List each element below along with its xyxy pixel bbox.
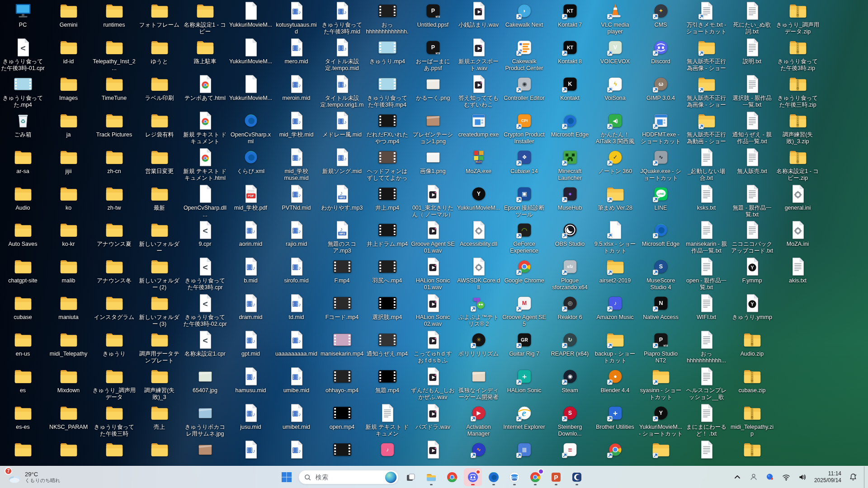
desktop-icon-r11-c9[interactable]: 無題.mp4: [364, 366, 410, 402]
desktop-icon-r10-c11[interactable]: ✳ ポリリリリズム: [456, 329, 501, 365]
desktop-icon-r3-c17[interactable]: 選択肢 - 親作品一覧.txt: [729, 73, 775, 109]
desktop-icon-r12-c2[interactable]: NKSC_PARAM: [46, 402, 91, 438]
desktop-icon-r12-c9[interactable]: 新規 テキスト ドキュメント.musicxml: [364, 402, 410, 438]
desktop-icon-r8-c6[interactable]: ♪ b.mid: [228, 256, 274, 292]
taskbar-cubase-button[interactable]: [568, 468, 586, 486]
desktop-icon-r3-c14[interactable]: ϟ VoiSona: [592, 73, 638, 109]
desktop-icon-r3-c2[interactable]: Images: [46, 73, 91, 109]
desktop-icon-r11-c15[interactable]: syasinn - ショートカット: [638, 366, 684, 402]
desktop-icon-r3-c16[interactable]: 無人販売不正行為画像 - ショートカット: [684, 73, 729, 109]
desktop-icon-r2-c6[interactable]: YukkuriMovieM...: [228, 37, 274, 73]
search-input[interactable]: [315, 473, 382, 481]
desktop-icon-r5-c14[interactable]: ✓ ノートン 360: [592, 146, 638, 183]
desktop-icon-r8-c13[interactable]: sfz Plogue sforzando x64: [547, 256, 593, 292]
desktop-icon-r8-c18[interactable]: akis.txt: [775, 256, 821, 292]
desktop-icon-r11-c17[interactable]: cubase.zip: [729, 366, 775, 402]
desktop-icon-r6-c9[interactable]: 井上.mp4: [364, 183, 410, 219]
desktop-icon-r4-c15[interactable]: HDDFMT.exe - ショートカット: [638, 110, 684, 146]
desktop-icon-r7-c13[interactable]: OBS Studio: [547, 219, 593, 255]
search-highlight-globe-icon[interactable]: [385, 472, 396, 483]
desktop-icon-r1-c8[interactable]: ♪ きゅうり食ってた午後3時.mid: [319, 0, 365, 36]
desktop-icon-r3-c7[interactable]: ♪ meroin.mid: [274, 73, 319, 109]
desktop-icon-r12-c10[interactable]: パズドラ.wav: [410, 402, 456, 438]
desktop-icon-r5-c5[interactable]: 新規 テキスト ドキュメント.html: [182, 146, 228, 183]
desktop-icon-r5-c7[interactable]: ♪ mid_学校muse.mid: [274, 146, 319, 183]
desktop-icon-r3-c11[interactable]: 答え知っててもむずいわこれ.wav: [456, 73, 501, 109]
desktop-icon-r10-c5[interactable]: < 名称未設定1.cpr: [182, 329, 228, 365]
desktop-icon-r1-c15[interactable]: ✦ CMS: [638, 0, 684, 36]
desktop-icon-r3-c5[interactable]: テンポあて.html: [182, 73, 228, 109]
desktop-icon-r10-c7[interactable]: ♪ uaaaaaaaaa.mid: [274, 329, 319, 365]
desktop-icon-r5-c9[interactable]: ヘッドフォンはずしててよかっt.mp4: [364, 146, 410, 183]
desktop-icon-r10-c6[interactable]: ♪ gpt.mid: [228, 329, 274, 365]
desktop-icon-r9-c3[interactable]: インスタグラム: [91, 292, 137, 328]
desktop-icon-r8-c5[interactable]: < きゅうり食ってた午後3時.cpr: [182, 256, 228, 292]
desktop-icon-r2-c10[interactable]: PNT2 おーばーまにあ.ppsf: [410, 37, 456, 73]
taskbar-chrome-button[interactable]: [443, 468, 461, 486]
desktop-icon-r2-c11[interactable]: 新規エクスポート.wav: [456, 37, 501, 73]
desktop-icon-r10-c15[interactable]: PNT2 Piapro Studio NT2: [638, 329, 684, 365]
desktop-icon-r1-c1[interactable]: PC: [0, 0, 46, 36]
desktop-icon-r7-c15[interactable]: Microsoft Edge: [638, 219, 684, 255]
desktop-icon-r5-c18[interactable]: 名称未設定1 - コピー.zip: [775, 146, 821, 183]
desktop-icon-r1-c7[interactable]: ♪ kotusytuaaus.mid: [274, 0, 319, 36]
desktop-icon-r8-c8[interactable]: F.mp4: [319, 256, 365, 292]
desktop-icon-r5-c1[interactable]: ar-sa: [0, 146, 46, 183]
desktop-icon-r12-c6[interactable]: ♪ jusu.mid: [228, 402, 274, 438]
desktop-icon-r7-c4[interactable]: 新しいフォルダー: [137, 219, 182, 255]
desktop-icon-r7-c6[interactable]: ♪ aorin.mid: [228, 219, 274, 255]
desktop-icon-r8-c7[interactable]: ♪ sirofo.mid: [274, 256, 319, 292]
desktop-icon-r10-c4[interactable]: 調声用データテンプレート: [137, 329, 182, 365]
desktop-icon-r9-c14[interactable]: ♪ Amazon Music: [592, 292, 638, 328]
desktop-icon-r9-c15[interactable]: N Native Access: [638, 292, 684, 328]
desktop-icon-r8-c11[interactable]: AWSSDK.Core.dll: [456, 256, 501, 292]
desktop-icon-r4-c10[interactable]: プレゼンテーション1.png: [410, 110, 456, 146]
desktop-icon-r3-c10[interactable]: かるーく.png: [410, 73, 456, 109]
desktop-icon-r10-c9[interactable]: 通知うぜえ.mp4: [364, 329, 410, 365]
desktop-icon-r5-c10[interactable]: 画像1.png: [410, 146, 456, 183]
desktop-icon-r11-c2[interactable]: Mixdown: [46, 366, 91, 402]
desktop-icon-r7-c8[interactable]: ♪MP3 無題のスコア.mp3: [319, 219, 365, 255]
desktop-icon-r11-c12[interactable]: + HALion Sonic: [501, 366, 547, 402]
desktop-icon-r9-c9[interactable]: 選択肢.mp4: [364, 292, 410, 328]
desktop-icon-r3-c13[interactable]: K Kontakt: [547, 73, 593, 109]
desktop-icon-r10-c10[interactable]: こってゅh d すお f d s b ふぁ.wav: [410, 329, 456, 365]
tray-volume-button[interactable]: [794, 469, 811, 485]
desktop-icon-r12-c8[interactable]: open.mp4: [319, 402, 365, 438]
desktop-icon-r3-c9[interactable]: きゅうり食ってた午後3時.mp4: [364, 73, 410, 109]
desktop-icon-r3-c12[interactable]: ◉ Controller Editor: [501, 73, 547, 109]
desktop-icon-r2-c17[interactable]: 説明.txt: [729, 37, 775, 73]
desktop-icon-r7-c3[interactable]: アナウンス夏: [91, 219, 137, 255]
desktop-icon-r6-c5[interactable]: OpenCvSharp.dll...: [182, 183, 228, 219]
show-desktop-button[interactable]: [864, 466, 866, 488]
desktop-icon-r3-c15[interactable]: ω GIMP 3.0.4: [638, 73, 684, 109]
desktop-icon-r6-c6[interactable]: PDF mid_学校.pdf: [228, 183, 274, 219]
desktop-icon-r12-c16[interactable]: まにまにわーるど！ .txt: [684, 402, 729, 438]
desktop-icon-r5-c17[interactable]: 無人販売.txt: [729, 146, 775, 183]
desktop-icon-r3-c4[interactable]: ラベル印刷: [137, 73, 182, 109]
desktop-icon-r6-c3[interactable]: zh-tw: [91, 183, 137, 219]
desktop-icon-r10-c12[interactable]: GR Guitar Rig 7: [501, 329, 547, 365]
desktop-icon-r8-c17[interactable]: Y F.ymmp: [729, 256, 775, 292]
desktop-icon-r6-c13[interactable]: ● MuseHub: [547, 183, 593, 219]
desktop-icon-r9-c16[interactable]: WIFI.txt: [684, 292, 729, 328]
desktop-icon-r5-c12[interactable]: ❖ Cubase 14: [501, 146, 547, 183]
desktop-icon-r11-c8[interactable]: ohhayo-.mp4: [319, 366, 365, 402]
desktop-icon-r2-c14[interactable]: V VOICEVOX: [592, 37, 638, 73]
desktop-icon-r8-c14[interactable]: airset2-2019: [592, 256, 638, 292]
desktop-icon-r4-c17[interactable]: 通知うぜえ - 親作品一覧.txt: [729, 110, 775, 146]
desktop-icon-r8-c1[interactable]: chatgpt-site: [0, 256, 46, 292]
desktop-icon-r7-c18[interactable]: MoZA.ini: [775, 219, 821, 255]
desktop-icon-r5-c6[interactable]: くらび.xml: [228, 146, 274, 183]
desktop-icon-r8-c12[interactable]: Google Chrome: [501, 256, 547, 292]
desktop-icon-r2-c1[interactable]: < きゅうり食ってた午後3時-01.cpr: [0, 37, 46, 73]
taskbar-file-explorer-button[interactable]: [422, 468, 440, 486]
desktop-icon-r7-c12[interactable]: ◠ GeForce Experience: [501, 219, 547, 255]
notification-bell-button[interactable]: z: [845, 469, 861, 485]
desktop-icon-r6-c11[interactable]: Y YukkuriMovieM...: [456, 183, 501, 219]
desktop-icon-r9-c10[interactable]: HALion Sonic 02.wav: [410, 292, 456, 328]
desktop-icon-r4-c6[interactable]: OpenCvSharp.xml: [228, 110, 274, 146]
desktop-icon-r4-c1[interactable]: ♻ ごみ箱: [0, 110, 46, 146]
desktop-icon-r12-c13[interactable]: S Steinberg Downlo...: [547, 402, 593, 438]
taskbar-task-view-button[interactable]: [401, 468, 420, 486]
